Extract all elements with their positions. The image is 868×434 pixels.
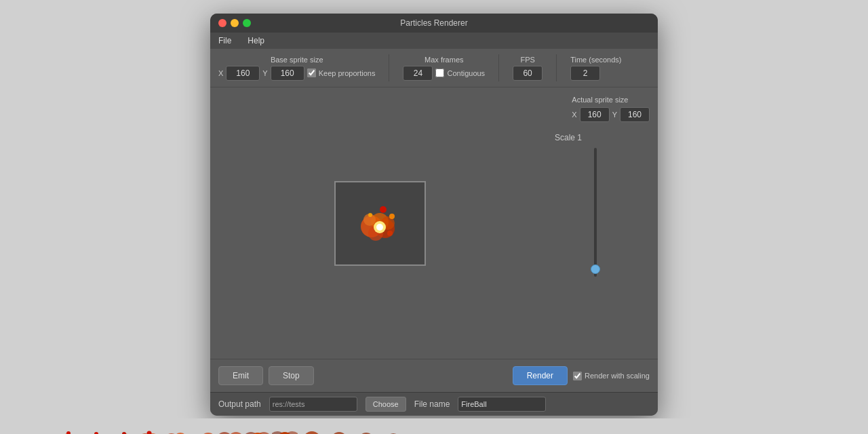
sprite-frame-21: [597, 425, 623, 434]
scale-thumb[interactable]: [591, 264, 600, 274]
sprite-frame-10: [299, 425, 325, 434]
canvas-area: [218, 96, 541, 351]
app-window: Particles Renderer File Help Base sprite…: [210, 14, 658, 416]
render-button[interactable]: Render: [513, 366, 568, 385]
bottom-buttons: Emit Stop Render Render with scaling: [210, 359, 658, 392]
time-row: [570, 66, 600, 81]
render-with-scaling-checkbox[interactable]: [573, 372, 582, 380]
toolbar-divider-1: [389, 54, 389, 81]
scale-track[interactable]: [594, 148, 597, 277]
output-path-label: Output path: [218, 399, 261, 409]
sprite-frame-13: [380, 425, 406, 434]
sprite-frame-12: [353, 425, 379, 434]
base-x-input[interactable]: [226, 66, 260, 81]
sprite-frame-14: [408, 425, 433, 434]
base-y-input[interactable]: [271, 66, 304, 81]
actual-size-section: Actual sprite size X Y: [572, 96, 650, 122]
svg-point-58: [303, 431, 321, 434]
actual-x-input[interactable]: [580, 107, 610, 122]
keep-proportions-checkbox[interactable]: [307, 68, 316, 77]
keep-proportions-label[interactable]: Keep proportions: [307, 68, 376, 77]
fps-label: FPS: [513, 56, 542, 64]
scale-label: Scale 1: [555, 133, 582, 142]
time-label: Time (seconds): [570, 56, 621, 64]
contiguous-label[interactable]: Contiguous: [435, 68, 485, 77]
stop-button[interactable]: Stop: [269, 366, 314, 385]
svg-point-9: [389, 214, 395, 219]
fireball-svg: [346, 189, 414, 257]
sprite-frame-4: [136, 425, 162, 434]
y-axis-label: Y: [262, 69, 267, 77]
svg-point-7: [376, 224, 383, 231]
menu-bar: File Help: [210, 33, 658, 49]
base-sprite-size-section: Base sprite size X Y Keep proportions: [218, 56, 375, 81]
render-with-scaling-text: Render with scaling: [585, 372, 650, 380]
main-content: Actual sprite size X Y Scale 1: [210, 87, 658, 359]
maximize-button[interactable]: [243, 19, 251, 27]
actual-size-xy-row: X Y: [572, 107, 650, 122]
menu-file[interactable]: File: [216, 35, 234, 47]
toolbar-divider-3: [556, 54, 557, 81]
sprite-frame-20: [570, 425, 596, 434]
sprite-frame-18: [516, 425, 542, 434]
sprite-frame-19: [543, 425, 569, 434]
sprite-frame-9: [272, 425, 298, 434]
sprite-frame-7: [218, 425, 243, 434]
file-name-label: File name: [414, 399, 450, 409]
right-panel: Actual sprite size X Y Scale 1: [541, 96, 650, 351]
emit-button[interactable]: Emit: [218, 366, 263, 385]
sprite-frame-11: [326, 425, 352, 434]
sprite-frame-1: [55, 425, 81, 434]
choose-button[interactable]: Choose: [366, 397, 406, 412]
sprite-frame-24: [679, 425, 705, 434]
actual-x-label: X: [572, 111, 576, 119]
render-with-scaling-label[interactable]: Render with scaling: [573, 372, 650, 380]
sprite-frame-6: [191, 425, 216, 434]
sprite-frame-3: [109, 425, 135, 434]
actual-size-label: Actual sprite size: [572, 96, 650, 104]
window-title: Particles Renderer: [400, 18, 467, 28]
close-button[interactable]: [218, 19, 226, 27]
actual-y-input[interactable]: [620, 107, 650, 122]
actual-y-label: Y: [612, 111, 617, 119]
sprite-frame-26: [733, 425, 759, 434]
base-sprite-xy-row: X Y Keep proportions: [218, 66, 375, 81]
sprite-frame-17: [489, 425, 515, 434]
sprite-frame-16: [462, 425, 488, 434]
sprite-frame-5: [163, 425, 189, 434]
toolbar-divider-2: [498, 54, 499, 81]
minimize-button[interactable]: [231, 19, 239, 27]
x-axis-label: X: [218, 69, 223, 77]
sprite-frame-25: [706, 425, 732, 434]
title-bar: Particles Renderer: [210, 14, 658, 33]
max-frames-row: Contiguous: [403, 66, 485, 81]
preview-canvas: [334, 181, 426, 266]
svg-point-32: [147, 431, 152, 435]
scale-slider-container: [541, 148, 650, 283]
output-path-input[interactable]: [269, 397, 357, 412]
sprite-frame-23: [652, 425, 677, 434]
base-sprite-size-label: Base sprite size: [218, 56, 375, 64]
file-name-input[interactable]: [458, 397, 546, 412]
svg-point-8: [380, 206, 387, 213]
sprite-frame-22: [625, 425, 650, 434]
toolbar: Base sprite size X Y Keep proportions Ma…: [210, 49, 658, 87]
sprite-frame-15: [435, 425, 460, 434]
max-frames-section: Max frames Contiguous: [403, 56, 485, 81]
status-bar: Output path Choose File name: [210, 392, 658, 416]
max-frames-input[interactable]: [403, 66, 433, 81]
fps-input[interactable]: [513, 66, 542, 81]
scale-section: Scale 1: [541, 133, 650, 283]
sprite-frame-28: [787, 425, 813, 434]
sprite-strip: [14, 418, 854, 434]
menu-help[interactable]: Help: [245, 35, 267, 47]
traffic-lights: [218, 19, 251, 27]
contiguous-checkbox[interactable]: [435, 68, 444, 77]
svg-point-11: [387, 231, 393, 236]
sprite-frame-27: [760, 425, 786, 434]
time-input[interactable]: [570, 66, 600, 81]
svg-point-15: [66, 431, 71, 434]
contiguous-text: Contiguous: [447, 69, 485, 77]
max-frames-label: Max frames: [403, 56, 485, 64]
time-section: Time (seconds): [570, 56, 621, 81]
